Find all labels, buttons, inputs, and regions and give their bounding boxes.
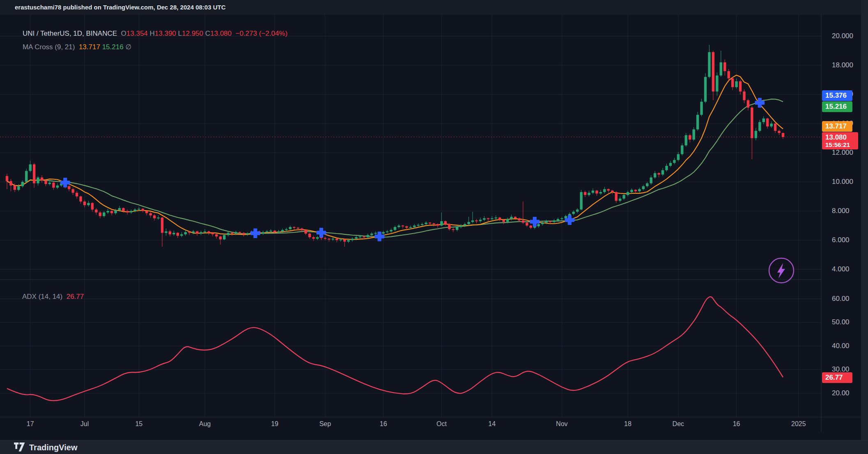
adx-line <box>7 297 783 401</box>
candle <box>584 190 586 197</box>
candle <box>650 175 652 185</box>
candle <box>700 99 703 117</box>
ma-cross-markers <box>61 99 764 241</box>
tradingview-chart-page: 20.00018.00016.00014.00012.00010.0008.00… <box>0 0 868 454</box>
adx-tick-label: 40.00 <box>832 342 850 350</box>
candle <box>157 216 159 220</box>
candle <box>560 217 563 220</box>
candle <box>704 73 707 103</box>
candle <box>172 231 175 236</box>
time-axis-label: 2025 <box>791 420 806 428</box>
candle <box>37 176 39 186</box>
candle <box>316 236 319 240</box>
last-price-value: 13.080 <box>825 133 847 141</box>
candle <box>627 190 629 196</box>
candle <box>657 172 660 177</box>
tradingview-logo[interactable]: TradingView <box>14 443 77 452</box>
candle <box>180 232 183 237</box>
candle <box>751 106 753 159</box>
candle <box>502 219 505 224</box>
candle <box>196 231 198 236</box>
candle <box>452 228 455 232</box>
grid-lines <box>0 14 821 417</box>
candle <box>436 223 439 228</box>
time-axis-label: 14 <box>488 420 496 428</box>
candle <box>592 188 594 194</box>
candle <box>207 231 210 235</box>
candle <box>87 201 90 206</box>
ma-fast-line <box>7 75 783 239</box>
time-axis-label: 18 <box>624 420 631 428</box>
ma-slow-value: 15.216 <box>102 43 124 51</box>
candle <box>308 233 311 238</box>
ma-cross-marker-icon <box>61 178 70 187</box>
ma-cross-label: MA Cross (9, 21) <box>23 43 75 51</box>
chart-canvas[interactable] <box>0 0 868 454</box>
price-tick-label: 8.000 <box>832 207 850 215</box>
ma-cross-marker-icon <box>317 228 326 237</box>
tradingview-logo-icon <box>14 443 25 452</box>
candle <box>669 161 672 167</box>
candle <box>169 230 171 236</box>
candle <box>762 116 765 124</box>
close-value: 13.080 <box>210 30 232 37</box>
candle <box>646 182 648 188</box>
candle <box>126 209 129 214</box>
candle <box>145 210 148 215</box>
adx-tick-label: 20.00 <box>832 389 850 397</box>
candle <box>374 232 377 235</box>
bar-countdown: 15:56:21 <box>825 141 855 149</box>
candle <box>165 229 167 236</box>
tradingview-logo-text: TradingView <box>29 443 77 452</box>
candle <box>731 77 734 90</box>
candle <box>522 202 524 224</box>
candle <box>444 220 447 225</box>
candle <box>630 188 633 193</box>
candle <box>708 45 710 78</box>
candle <box>526 222 528 227</box>
candle <box>479 218 482 222</box>
candle <box>9 179 12 191</box>
candle <box>134 208 136 213</box>
candle <box>766 118 769 129</box>
boost-button[interactable] <box>769 258 794 283</box>
candle <box>25 169 28 183</box>
candle <box>29 161 32 172</box>
candle <box>440 213 443 227</box>
window-edge-strip <box>861 0 868 454</box>
ma-fast-price-badge: 13.717 <box>822 121 852 132</box>
candle <box>417 223 420 227</box>
adx-legend-row[interactable]: ADX (14, 14) 26.77 <box>15 284 84 309</box>
candle <box>673 158 675 164</box>
candle <box>758 120 761 132</box>
candle <box>595 190 598 196</box>
candle <box>184 230 187 236</box>
candle <box>661 168 664 176</box>
candle <box>421 222 423 226</box>
candle <box>397 224 400 229</box>
candle <box>483 216 485 221</box>
candle <box>200 231 202 235</box>
candle <box>281 229 284 233</box>
candle <box>723 60 726 76</box>
ma-fast-value: 13.717 <box>79 43 100 51</box>
candle <box>615 191 617 203</box>
candle <box>161 217 163 247</box>
candle <box>576 208 579 213</box>
candle <box>665 164 668 172</box>
price-tick-label: 6.000 <box>832 236 850 244</box>
candle <box>21 180 24 188</box>
time-axis-label: Nov <box>556 420 567 428</box>
candle <box>459 224 462 229</box>
candle <box>603 187 606 193</box>
candle <box>227 232 229 236</box>
candle <box>402 225 404 229</box>
candle <box>215 234 218 238</box>
candle <box>530 225 532 229</box>
candle <box>553 219 555 224</box>
candle <box>76 191 78 199</box>
candle <box>394 226 396 232</box>
candle <box>782 133 784 139</box>
ma-cross-legend-row[interactable]: MA Cross (9, 21) 13.717 15.216 ∅ <box>15 34 131 60</box>
ma-slow-price-badge: 15.216 <box>822 101 852 112</box>
